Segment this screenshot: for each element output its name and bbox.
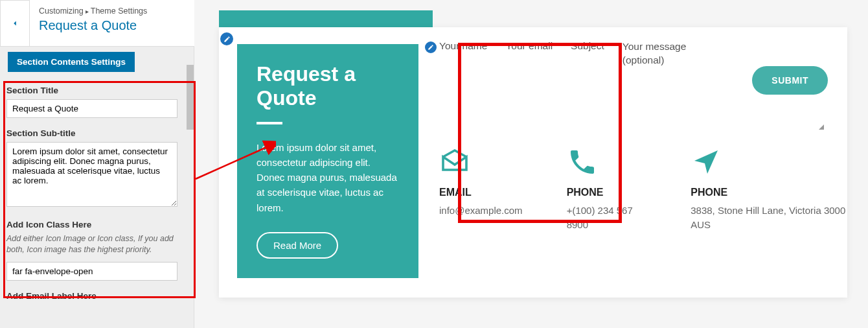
page-title: Request a Quote [39,18,185,33]
pencil-icon [223,36,231,43]
contact-label: PHONE [567,187,647,198]
edit-shortcut-button[interactable] [219,31,234,47]
name-field-label[interactable]: Your name [439,40,487,67]
breadcrumb: Customizing▸Theme Settings Request a Quo… [30,0,194,47]
location-arrow-icon [691,146,722,178]
quote-card: Request a Quote Lorem ipsum dolor sit am… [237,44,418,278]
contact-label: PHONE [691,187,847,198]
read-more-button[interactable]: Read More [257,232,338,259]
contact-value: +(100) 234 567 8900 [567,204,647,232]
section-title-input[interactable] [6,99,177,118]
contact-info-row: EMAIL info@example.com PHONE +(100) 234 … [439,146,847,232]
preview-content: Request a Quote Lorem ipsum dolor sit am… [219,27,847,298]
quote-subtitle: Lorem ipsum dolor sit amet, consectetur … [257,140,399,215]
section-subtitle-input[interactable]: Lorem ipsum dolor sit amet, consectetur … [6,142,177,207]
edit-shortcut-button-form[interactable] [424,40,438,54]
contact-value: info@example.com [439,204,523,218]
breadcrumb-parent: Theme Settings [91,6,148,16]
contact-address: PHONE 3838, Stone Hill Lane, Victoria 30… [691,146,847,232]
breadcrumb-root: Customizing [39,6,84,16]
section-title-label: Section Title [6,86,177,95]
textarea-resize-handle[interactable] [817,123,824,130]
contact-label: EMAIL [439,187,523,198]
preview-pane: Request a Quote Lorem ipsum dolor sit am… [194,0,868,328]
envelope-icon [439,146,470,178]
chevron-left-icon [10,19,19,28]
icon-class-label: Add Icon Class Here [6,220,177,229]
submit-button[interactable]: SUBMIT [752,66,828,95]
subject-field-label[interactable]: Subject [571,40,604,67]
contact-phone: PHONE +(100) 234 567 8900 [567,146,647,232]
section-subtitle-label: Section Sub-title [6,128,177,138]
email-label-label: Add Email Label Here [6,291,177,301]
icon-class-input[interactable] [6,262,177,281]
settings-form: Section Title Section Sub-title Lorem ip… [6,86,177,305]
phone-icon [567,146,598,178]
customizer-sidebar: Customizing▸Theme Settings Request a Quo… [0,0,194,328]
contact-value: 3838, Stone Hill Lane, Victoria 3000 AUS [691,204,847,232]
scrollbar-thumb[interactable] [187,65,194,130]
section-contents-button[interactable]: Section Contents Settings [8,52,135,72]
message-field-label[interactable]: Your message (optional) [622,40,694,67]
caret-icon: ▸ [86,8,89,15]
title-underline [257,122,282,124]
breadcrumb-path: Customizing▸Theme Settings [39,6,185,16]
email-field-label[interactable]: Your email [505,40,553,67]
quote-title: Request a Quote [257,62,399,110]
back-button[interactable] [0,0,30,47]
icon-class-desc: Add either Icon Image or Icon class, If … [6,233,177,255]
contact-email: EMAIL info@example.com [439,146,523,232]
contact-form-labels: Your name Your email Subject Your messag… [439,40,694,67]
pencil-icon [428,44,434,51]
